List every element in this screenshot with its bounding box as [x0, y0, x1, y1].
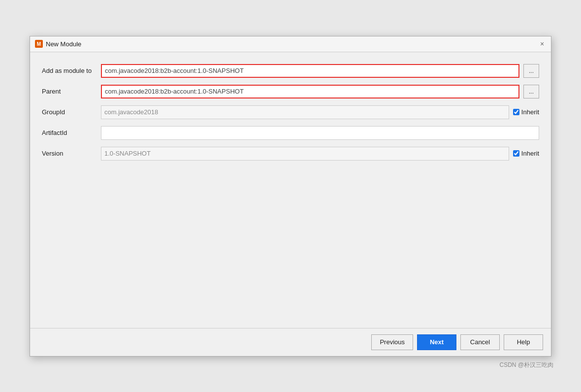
- groupid-row: GroupId Inherit: [42, 105, 539, 119]
- version-inherit-label: Inherit: [521, 150, 539, 157]
- new-module-dialog: M New Module × Add as module to ... Pare…: [30, 36, 551, 357]
- title-bar: M New Module ×: [30, 36, 551, 52]
- version-inherit-checkbox-label: Inherit: [513, 150, 539, 157]
- version-input[interactable]: [101, 147, 509, 161]
- artifactid-label: ArtifactId: [42, 129, 101, 136]
- add-as-module-browse-button[interactable]: ...: [523, 64, 539, 78]
- parent-label: Parent: [42, 88, 101, 95]
- groupid-input[interactable]: [101, 105, 509, 119]
- dialog-body: Add as module to ... Parent ... GroupId: [30, 52, 551, 328]
- groupid-inherit-label: Inherit: [521, 108, 539, 116]
- previous-button[interactable]: Previous: [371, 334, 413, 350]
- add-as-module-input[interactable]: [101, 64, 519, 78]
- artifactid-input[interactable]: [101, 126, 539, 140]
- add-as-module-field-group: ...: [101, 64, 539, 78]
- add-as-module-label: Add as module to: [42, 67, 101, 74]
- groupid-inherit-checkbox-label: Inherit: [513, 108, 539, 116]
- parent-input[interactable]: [101, 85, 519, 98]
- parent-row: Parent ...: [42, 85, 539, 98]
- artifactid-field-group: [101, 126, 539, 140]
- dialog-icon: M: [35, 40, 43, 48]
- version-label: Version: [42, 150, 101, 157]
- version-row: Version Inherit: [42, 147, 539, 161]
- help-button[interactable]: Help: [504, 334, 543, 350]
- groupid-inherit-checkbox[interactable]: [513, 109, 519, 115]
- dialog-title: New Module: [46, 40, 81, 48]
- next-button[interactable]: Next: [417, 334, 456, 350]
- artifactid-row: ArtifactId: [42, 126, 539, 140]
- cancel-button[interactable]: Cancel: [460, 334, 500, 350]
- version-field-group: Inherit: [101, 147, 539, 161]
- add-as-module-row: Add as module to ...: [42, 64, 539, 78]
- close-button[interactable]: ×: [538, 40, 546, 48]
- groupid-field-group: Inherit: [101, 105, 539, 119]
- watermark: CSDN @朴汉三吃肉: [499, 361, 553, 369]
- parent-browse-button[interactable]: ...: [523, 85, 539, 98]
- groupid-label: GroupId: [42, 108, 101, 116]
- parent-field-group: ...: [101, 85, 539, 98]
- title-bar-left: M New Module: [35, 40, 81, 48]
- version-inherit-checkbox[interactable]: [513, 150, 519, 157]
- dialog-footer: Previous Next Cancel Help: [30, 328, 551, 356]
